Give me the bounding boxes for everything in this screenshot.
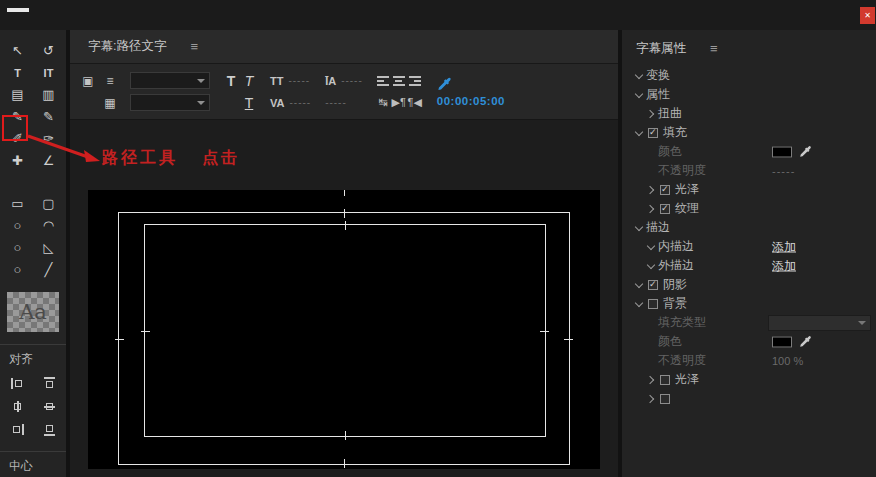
background-checkbox[interactable] [648,299,658,309]
bg-opacity-value[interactable]: 100 % [772,355,803,367]
fill-opacity-value[interactable]: ----- [772,165,795,177]
transform-chevron-icon[interactable] [634,70,646,82]
bg-sheen-group-row[interactable]: 光泽 [622,370,876,389]
align-text-right-icon[interactable] [409,76,421,86]
fill-checkbox[interactable] [648,128,658,138]
close-button[interactable]: ✕ [860,7,875,24]
kerning-control[interactable]: ĪA ----- [325,75,363,87]
show-background-video-icon[interactable] [437,77,452,92]
panel-menu-icon[interactable]: ≡ [190,39,198,54]
leading-control[interactable]: VA ----- [270,97,311,109]
outer-stroke-chevron-icon[interactable] [646,260,658,272]
browse-fonts-icon[interactable]: ▣ [82,74,93,88]
attributes-chevron-icon[interactable] [634,89,646,101]
shadow-chevron-icon[interactable] [634,279,646,291]
fill-label: 填充 [663,124,687,141]
distort-label: 扭曲 [658,105,682,122]
transform-group-row[interactable]: 变换 [622,66,876,85]
title-canvas[interactable] [88,190,600,469]
outer-stroke-add-link[interactable]: 添加 [772,257,796,274]
area-type-tool[interactable]: ▤ [4,84,31,105]
align-text-left-icon[interactable] [377,76,389,86]
attributes-label: 属性 [646,86,670,103]
font-selects [130,72,210,111]
align-vertical-center-button[interactable] [37,396,61,416]
font-style-select[interactable] [130,94,210,111]
ellipse-tool[interactable]: ○ [4,215,31,236]
bg-sheen-chevron-icon[interactable] [646,374,658,386]
panel-tab-bar: 字幕:路径文字 ≡ [70,30,618,64]
wedge-tool[interactable]: ◺ [35,237,62,258]
font-sample-swatch[interactable]: Aa [7,292,59,332]
tracking-control[interactable]: ----- [325,97,363,108]
shadow-group-row[interactable]: 阴影 [622,275,876,294]
bg-texture-group-row[interactable] [622,389,876,408]
inner-stroke-chevron-icon[interactable] [646,241,658,253]
fill-chevron-icon[interactable] [634,127,646,139]
titlebar: ✕ [0,0,876,30]
safe-tick [115,339,124,340]
bg-texture-checkbox[interactable] [660,394,670,404]
background-group-row[interactable]: 背景 [622,294,876,313]
texture-group-row[interactable]: 纹理 [622,199,876,218]
sheen-checkbox[interactable] [660,185,670,195]
distort-group-row[interactable]: 扭曲 [622,104,876,123]
font-sample-text: Aa [19,300,47,324]
circle-tool[interactable]: ○ [4,237,31,258]
rounded-rectangle-tool[interactable]: ▢ [35,193,62,214]
align-horizontal-center-button[interactable] [5,396,29,416]
bg-color-eyedropper-icon[interactable] [799,335,812,348]
oval-tool[interactable]: ○ [4,259,31,280]
bold-button[interactable]: T [227,73,236,89]
align-horizontal-left-button[interactable] [5,373,29,393]
align-vertical-bottom-button[interactable] [37,419,61,439]
timecode-display[interactable]: 00:00:05:00 [437,95,505,107]
selection-tool[interactable]: ↖ [4,40,31,61]
italic-button[interactable]: T [245,73,254,89]
rotation-tool[interactable]: ↺ [35,40,62,61]
type-tool[interactable]: T [4,62,31,83]
shadow-label: 阴影 [663,276,687,293]
align-vertical-top-button[interactable] [37,373,61,393]
paragraph-controls: ↹ ▶¶ ¶◀ [375,70,423,114]
bg-texture-chevron-icon[interactable] [646,393,658,405]
align-text-center-icon[interactable] [393,76,405,86]
strokes-chevron-icon[interactable] [634,222,646,234]
annotation-arrow [26,130,110,170]
wrap-left-icon[interactable]: ¶◀ [408,96,422,109]
leading-value: ----- [289,97,311,108]
wrap-right-icon[interactable]: ▶¶ [392,96,406,109]
properties-menu-icon[interactable]: ≡ [710,41,718,56]
align-horizontal-right-button[interactable] [5,419,29,439]
fill-color-eyedropper-icon[interactable] [799,145,812,158]
texture-checkbox[interactable] [660,204,670,214]
styles-list-icon[interactable]: ≡ [106,74,113,88]
outer-stroke-row[interactable]: 外描边 添加 [622,256,876,275]
bg-color-swatch[interactable] [772,336,792,347]
distort-chevron-icon[interactable] [646,108,658,120]
rectangle-tool[interactable]: ▭ [4,193,31,214]
vertical-area-type-tool[interactable]: ▥ [35,84,62,105]
bg-fill-type-select[interactable] [768,315,871,331]
templates-grid-icon[interactable]: ▦ [104,96,115,110]
fill-color-swatch[interactable] [772,146,792,157]
underline-button[interactable]: T [245,95,254,111]
sheen-chevron-icon[interactable] [646,184,658,196]
background-chevron-icon[interactable] [634,298,646,310]
strokes-group-row[interactable]: 描边 [622,218,876,237]
sheen-group-row[interactable]: 光泽 [622,180,876,199]
attributes-group-row[interactable]: 属性 [622,85,876,104]
inner-stroke-add-link[interactable]: 添加 [772,238,796,255]
line-tool[interactable]: ╱ [35,259,62,280]
vertical-path-type-tool[interactable]: ✎ [35,106,62,127]
tab-stops-icon[interactable]: ↹ [378,96,387,109]
vertical-type-tool[interactable]: IT [35,62,62,83]
texture-chevron-icon[interactable] [646,203,658,215]
arc-tool[interactable]: ◠ [35,215,62,236]
fill-group-row[interactable]: 填充 [622,123,876,142]
font-size-control[interactable]: TT ----- [270,75,311,87]
bg-sheen-checkbox[interactable] [660,375,670,385]
font-family-select[interactable] [130,72,210,89]
shadow-checkbox[interactable] [648,280,658,290]
inner-stroke-row[interactable]: 内描边 添加 [622,237,876,256]
